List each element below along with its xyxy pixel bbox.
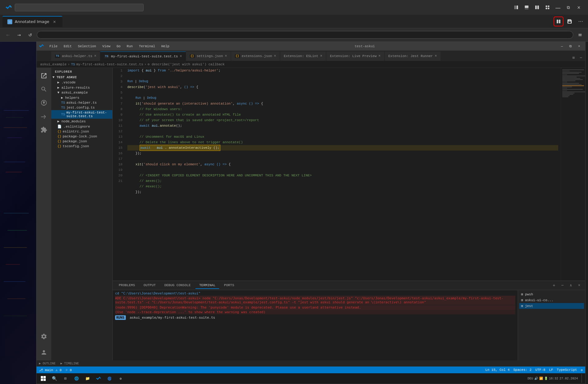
terminal-add-btn[interactable]: +	[550, 282, 558, 289]
sidebar-item-test-suite[interactable]: TS my-first-askui-test-suite.test.ts	[51, 110, 112, 119]
vscode-maximize[interactable]: ⧉	[567, 43, 574, 49]
forward-button[interactable]: →	[15, 31, 23, 39]
customize-layout-icon[interactable]	[543, 3, 552, 12]
tab-close-test-suite[interactable]: ×	[180, 54, 182, 59]
terminal-tab-terminal[interactable]: TERMINAL	[195, 282, 219, 289]
vscode-menu-view[interactable]: View	[100, 44, 112, 49]
vscode-menu-help[interactable]: Help	[159, 44, 171, 49]
activity-search[interactable]	[38, 84, 49, 95]
vscode-menu-run[interactable]: Run	[125, 44, 135, 49]
title-search-input[interactable]: test-askui	[15, 4, 144, 11]
win-taskbar-explorer[interactable]: 📁	[83, 374, 92, 383]
url-input[interactable]: http://127.0.0.1:3000/report/20240227155…	[37, 31, 573, 39]
win-start[interactable]	[39, 374, 48, 383]
terminal-collapse-btn[interactable]: ∧	[567, 282, 574, 289]
tab-live-preview[interactable]: Extension: Live Preview ×	[326, 52, 385, 61]
tab-close-jest-runner[interactable]: ×	[435, 54, 437, 58]
editor-layout-icon[interactable]	[533, 3, 541, 12]
win-taskbar-chrome[interactable]: 🌀	[105, 374, 114, 383]
statusbar-language[interactable]: TypeScript	[557, 368, 577, 372]
terminal-close-btn[interactable]: ×	[576, 282, 583, 289]
statusbar-errors[interactable]: ⚠ 0 ⚐ 0	[56, 368, 72, 372]
win-taskbar-vscode[interactable]	[94, 374, 103, 383]
tab-close-askui-helper[interactable]: ×	[94, 54, 96, 58]
split-editor-btn[interactable]: ⊞	[571, 55, 577, 61]
vscode-close[interactable]: ×	[575, 43, 583, 49]
split-editor-icon[interactable]	[554, 17, 563, 26]
sidebar-item-node-modules[interactable]: ▶ node_modules	[51, 119, 112, 124]
terminal-more-btn[interactable]: ⋯	[559, 282, 566, 289]
tab-test-suite[interactable]: TS my-first-askui-test-suite.test.ts ×	[100, 52, 186, 61]
more-actions-btn[interactable]: ⋯	[578, 55, 584, 61]
statusbar-spaces[interactable]: Spaces: 2	[513, 368, 532, 372]
vscode-menu-edit[interactable]: Edit	[62, 44, 73, 49]
vscode-menu-file[interactable]: File	[48, 44, 59, 49]
annotated-image-tab[interactable]: ◻ Annotated Image ×	[2, 16, 62, 27]
sidebar-item-allure[interactable]: ▶ allure-results	[51, 85, 112, 90]
refresh-button[interactable]: ↺	[26, 31, 34, 39]
terminal-tab-output[interactable]: OUTPUT	[140, 282, 160, 289]
back-button[interactable]: ←	[4, 31, 12, 39]
sidebar-item-eslintignore[interactable]: 📄 .eslintignore	[51, 124, 112, 129]
activity-account[interactable]	[38, 347, 49, 358]
tab-close-eslint[interactable]: ×	[320, 54, 322, 58]
tab-close-button[interactable]: ×	[52, 19, 57, 25]
debug-label-2[interactable]: Debug	[147, 95, 156, 101]
activity-explorer[interactable]	[38, 70, 49, 81]
maximize-button[interactable]: ⧉	[564, 3, 573, 12]
sidebar-item-vscode[interactable]: ▶ .vscode	[51, 80, 112, 85]
code-area[interactable]: import { aui } from '../helpers/askui-he…	[125, 68, 561, 281]
browser-menu-icon[interactable]: ≡	[576, 31, 584, 39]
vscode-menu-go[interactable]: Go	[115, 44, 122, 49]
sidebar-item-root[interactable]: ▼ TEST ASKUI	[51, 75, 112, 80]
statusbar-ln-col[interactable]: Ln 15, Col 4	[485, 368, 510, 372]
panel-toggle-icon[interactable]	[522, 3, 531, 12]
tab-close-extensions[interactable]: ×	[274, 54, 276, 58]
sidebar-item-helpers[interactable]: ▶ helpers	[51, 95, 112, 100]
activity-debug[interactable]	[38, 111, 49, 122]
vscode-menu-terminal[interactable]: Terminal	[137, 44, 157, 49]
win-show-desktop[interactable]	[582, 374, 583, 383]
save-icon[interactable]	[565, 17, 574, 26]
tab-jest-runner[interactable]: Extension: Jest Runner ×	[385, 52, 441, 61]
activity-git[interactable]	[38, 97, 49, 108]
minimize-button[interactable]: —	[554, 3, 562, 12]
terminal-panel-askui[interactable]: ⊞ askui-ui-co...	[519, 297, 584, 303]
tab-extensions[interactable]: {} extensions.json ×	[231, 52, 280, 61]
run-label-2[interactable]: Run	[135, 95, 141, 101]
outline-label[interactable]: ▶ OUTLINE	[39, 362, 56, 365]
win-taskbar-edge[interactable]: 🌐	[72, 374, 81, 383]
tab-eslint[interactable]: Extension: ESLint ×	[280, 52, 326, 61]
tab-askui-helper[interactable]: TS askui-helper.ts ×	[51, 52, 100, 61]
sidebar-item-jest-config[interactable]: TS jest.config.ts	[51, 105, 112, 110]
sidebar-toggle-icon[interactable]	[512, 3, 520, 12]
sidebar-item-package-lock[interactable]: {} package-lock.json	[51, 134, 112, 139]
sidebar-item-askui-helper-ts[interactable]: TS askui-helper.ts	[51, 100, 112, 105]
tab-settings[interactable]: {} settings.json ×	[186, 52, 231, 61]
close-button[interactable]: ×	[574, 3, 583, 12]
sidebar-item-package[interactable]: {} package.json	[51, 139, 112, 144]
activity-settings[interactable]	[38, 331, 49, 342]
debug-label[interactable]: Debug	[139, 79, 148, 84]
tab-close-live-preview[interactable]: ×	[378, 54, 381, 58]
win-search-btn[interactable]: 🔍	[50, 374, 59, 383]
vscode-minimize[interactable]: —	[558, 43, 566, 49]
terminal-tab-problems[interactable]: PROBLEMS	[115, 282, 139, 289]
terminal-panel-jest[interactable]: ⊞ jest	[519, 303, 584, 309]
run-label[interactable]: Run	[127, 79, 133, 84]
statusbar-encoding[interactable]: UTF-8	[535, 368, 545, 372]
sidebar-item-askui-example[interactable]: ▼ askui_example	[51, 90, 112, 95]
terminal-tab-debug[interactable]: DEBUG CONSOLE	[161, 282, 194, 289]
statusbar-eol[interactable]: LF	[549, 368, 553, 372]
sidebar-item-tsconfig[interactable]: {} tsconfig.json	[51, 144, 112, 149]
vscode-menu-selection[interactable]: Selection	[76, 44, 98, 49]
statusbar-branch[interactable]: ⎇ main	[39, 368, 53, 372]
tab-close-settings[interactable]: ×	[225, 54, 227, 58]
timeline-label[interactable]: ▶ TIMELINE	[60, 362, 79, 365]
statusbar-feedback[interactable]: ⊙	[581, 368, 583, 372]
win-task-view[interactable]: ⊡	[61, 374, 70, 383]
terminal-panel-pwsh[interactable]: ⊞ pwsh	[519, 291, 584, 297]
activity-extensions[interactable]	[38, 124, 49, 135]
win-taskbar-more[interactable]: ⚙	[116, 374, 125, 383]
more-options-icon[interactable]: ⋯	[576, 17, 586, 26]
